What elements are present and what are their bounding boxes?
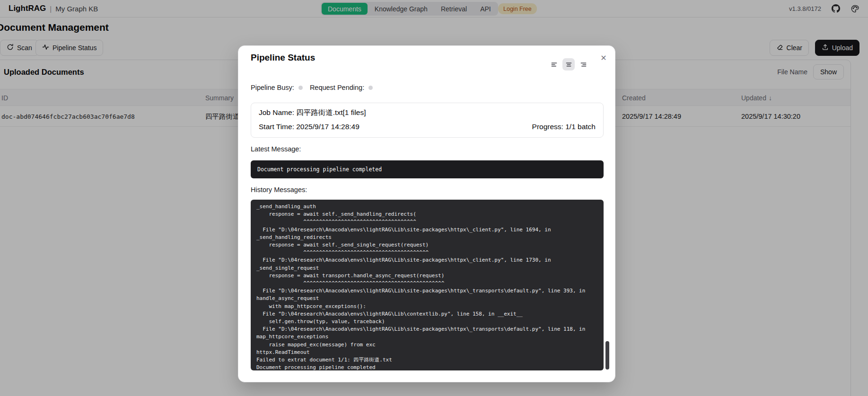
job-name-line: Job Name: 四平路街道.txt[1 files] [259, 108, 366, 118]
job-progress: Progress: 1/1 batch [532, 123, 596, 131]
job-name-label: Job Name: [259, 108, 294, 116]
progress-value: 1/1 batch [565, 123, 596, 131]
latest-message-label: Latest Message: [251, 145, 301, 153]
start-time-label: Start Time: [259, 123, 294, 131]
start-time-value: 2025/9/17 14:28:49 [296, 123, 359, 131]
job-card: Job Name: 四平路街道.txt[1 files] Start Time:… [251, 103, 604, 138]
request-pending-label: Request Pending: [310, 84, 364, 91]
job-start-time: Start Time: 2025/9/17 14:28:49 [259, 123, 359, 131]
job-details-line: Start Time: 2025/9/17 14:28:49 Progress:… [259, 123, 596, 131]
dialog-title: Pipeline Status [251, 53, 315, 63]
align-left-icon[interactable] [548, 58, 560, 70]
console-scrollbar-thumb[interactable] [605, 341, 609, 370]
request-pending-indicator [368, 86, 373, 90]
history-messages-label: History Messages: [251, 186, 307, 194]
pipeline-state-row: Pipeline Busy: Request Pending: [251, 83, 373, 92]
close-icon[interactable]: ✕ [599, 53, 608, 62]
pipeline-busy-indicator [298, 86, 303, 90]
pipeline-busy-label: Pipeline Busy: [251, 84, 294, 91]
align-right-icon[interactable] [577, 58, 589, 70]
job-name-value: 四平路街道.txt[1 files] [296, 108, 366, 116]
pipeline-status-dialog: Pipeline Status ✕ Pipeline Busy: Request… [238, 45, 615, 382]
history-messages-console[interactable]: _send_handling_auth response = await sel… [251, 200, 604, 370]
progress-label: Progress: [532, 123, 563, 131]
latest-message-text: Document processing pipeline completed [257, 166, 382, 173]
latest-message-bar: Document processing pipeline completed [251, 160, 604, 178]
layout-toggle-group [548, 58, 589, 70]
align-center-icon[interactable] [562, 58, 575, 70]
